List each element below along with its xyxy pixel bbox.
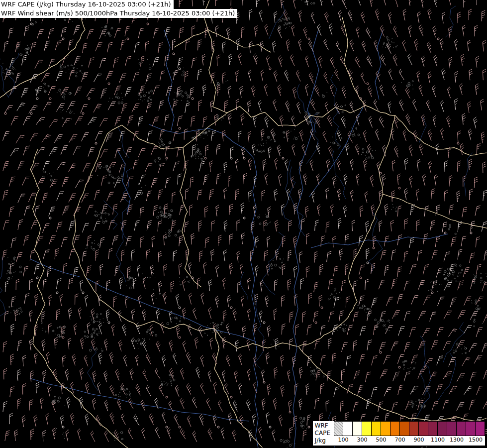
legend-tick-label: 900: [409, 436, 428, 444]
legend-tick-label: 300: [353, 436, 372, 444]
legend-tick-label: 700: [390, 436, 409, 444]
legend-label-unit: J/kg: [315, 437, 330, 445]
legend-swatch: [400, 421, 409, 436]
legend-swatch: [353, 421, 362, 436]
legend-swatch: [381, 421, 390, 436]
cape-legend: WRF CAPE J/kg 10030050070090011001300150…: [312, 421, 486, 446]
legend-swatch: [476, 421, 485, 436]
legend-swatch: [466, 421, 476, 436]
legend-swatch: [438, 421, 447, 436]
legend-swatch: [334, 421, 343, 436]
legend-tick-row: 100300500700900110013001500: [334, 436, 485, 444]
legend-swatch: [409, 421, 419, 436]
legend-swatch: [457, 421, 466, 436]
legend-swatch: [343, 421, 353, 436]
legend-tick-label: 100: [334, 436, 353, 444]
wrf-weather-map: WRF CAPE (J/kg) Thursday 16-10-2025 03:0…: [0, 0, 487, 448]
legend-swatch-row: [334, 421, 485, 436]
map-header: WRF CAPE (J/kg) Thursday 16-10-2025 03:0…: [0, 0, 237, 18]
legend-swatch: [390, 421, 400, 436]
legend-swatch: [419, 421, 428, 436]
map-canvas: [0, 0, 487, 448]
legend-swatch: [428, 421, 438, 436]
legend-label-cape: CAPE: [315, 430, 330, 437]
legend-label-wrf: WRF: [315, 422, 330, 430]
legend-tick-label: 1500: [466, 436, 485, 444]
legend-swatch: [447, 421, 457, 436]
legend-tick-label: 1300: [447, 436, 466, 444]
legend-label-block: WRF CAPE J/kg: [313, 421, 334, 446]
legend-tick-label: 1100: [428, 436, 447, 444]
title-cape: WRF CAPE (J/kg) Thursday 16-10-2025 03:0…: [0, 0, 174, 9]
legend-swatch: [372, 421, 381, 436]
title-wind-shear: WRF Wind shear (m/s) 500/1000hPa Thursda…: [0, 9, 237, 18]
legend-tick-label: 500: [372, 436, 390, 444]
legend-scale: 100300500700900110013001500: [334, 421, 485, 446]
legend-swatch: [362, 421, 372, 436]
